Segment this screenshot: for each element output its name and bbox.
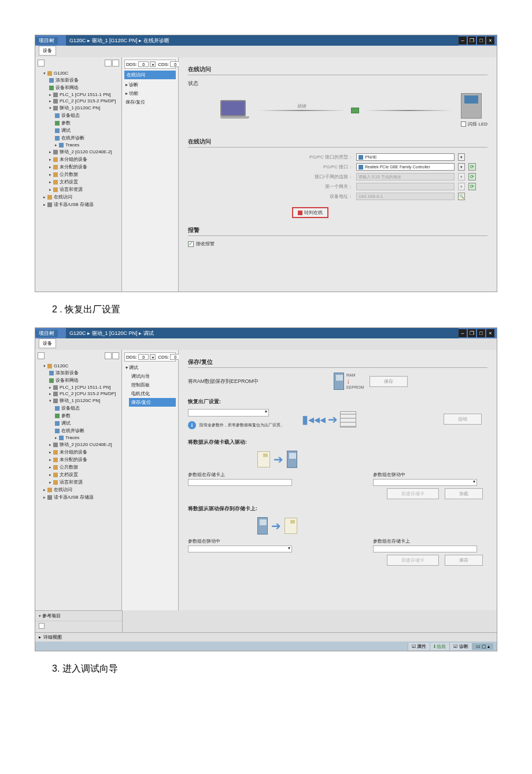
tree-network[interactable]: 设备和网络 [38,84,119,91]
tree-common[interactable]: ▸公共数据 [38,171,119,178]
reset-button[interactable]: 启动 [444,414,482,425]
close-button[interactable]: × [486,329,494,337]
card-param-field-2[interactable] [373,546,477,552]
tree-commission[interactable]: 调试 [38,419,119,427]
tree-plc1[interactable]: ▸PLC_1 [CPU 1511-1 PN] [38,384,119,390]
tree-online[interactable]: ▸在线访问 [38,193,119,201]
tab-collapse[interactable]: ▭ ▢ ▴ [472,643,493,650]
tree-param[interactable]: 参数 [38,412,119,419]
pgpc-type-select[interactable]: PN/IE [356,153,455,161]
refresh-icon[interactable]: ⟳ [468,173,476,180]
maximize-button[interactable]: □ [477,36,485,45]
dds-dropdown-icon[interactable]: ▾ [150,61,156,67]
drive-param-select[interactable] [373,479,477,486]
tree-tool-2[interactable] [112,352,119,359]
ref-toggle-icon[interactable] [39,623,45,629]
tree-plc2[interactable]: ▸PLC_2 [CPU 315-2 PN/DP] [38,98,119,104]
nav-control-panel[interactable]: 控制面板 [124,381,176,389]
restore-button[interactable]: ❐ [468,329,476,337]
tree-plc1[interactable]: ▸PLC_1 [CPU 1511-1 PN] [38,91,119,98]
tree-network[interactable]: 设备和网络 [38,377,119,384]
tree-unassigned[interactable]: ▸未分配的设备 [38,456,119,463]
drive-param-select-2[interactable] [188,546,292,552]
nav-save-reset[interactable]: 保存/复位 [129,398,176,407]
dds-input[interactable]: 0 [138,354,149,360]
tree-diag[interactable]: 在线并诊断 [38,134,119,142]
tree-add-device[interactable]: 添加新设备 [38,369,119,377]
tree-root[interactable]: ▾G120C [38,363,119,369]
maximize-button[interactable]: □ [477,329,485,337]
tree-root[interactable]: ▾G120C [38,70,119,76]
dds-dropdown-icon[interactable]: ▾ [150,354,156,360]
tree-lang[interactable]: ▸语言和资源 [38,186,119,193]
dropdown-arrow-icon[interactable]: ▾ [458,163,465,171]
tree-online[interactable]: ▸在线访问 [38,486,119,493]
nav-diagnosis[interactable]: ▸ 诊断 [124,80,176,89]
nav-motor-opt[interactable]: 电机优化 [124,389,176,398]
save-button[interactable]: 保存 [370,376,408,387]
tree-toggle-icon[interactable] [38,60,45,67]
detail-view-panel[interactable]: ▸详细视图 [35,632,497,642]
card-param-field[interactable] [188,479,292,486]
nav-save-reset[interactable]: 保存/复位 [124,98,176,106]
tree-diag[interactable]: 在线并诊断 [38,427,119,434]
tab-properties[interactable]: ☑ 属性 [408,643,430,650]
tree-traces[interactable]: ▸Traces [38,434,119,441]
tree-add-device[interactable]: 添加新设备 [38,76,119,84]
dds-input[interactable]: 0 [138,61,149,67]
tree-config[interactable]: 设备组态 [38,112,119,119]
reference-project-panel[interactable]: ▾ 参考项目 [35,610,122,621]
dropdown-arrow-icon[interactable]: ▾ [458,153,465,161]
create-card-button[interactable]: 新建存储卡 [387,488,439,499]
restore-button[interactable]: ❐ [468,36,476,45]
tree-ungrouped[interactable]: ▸未分组的设备 [38,448,119,456]
refresh-icon[interactable]: ⟳ [468,163,476,171]
alarm-checkbox[interactable] [188,241,194,247]
nav-function[interactable]: ▸ 功能 [124,89,176,98]
tree-ungrouped[interactable]: ▸未分组的设备 [38,156,119,163]
tree-param[interactable]: 参数 [38,119,119,127]
tab-info[interactable]: ℹ 信息 [430,643,449,650]
tree-tool-1[interactable] [105,352,112,359]
tree-commission[interactable]: 调试 [38,127,119,134]
led-flash-option[interactable]: 闪烁 LED [461,121,487,127]
tree-doc[interactable]: ▸文档设置 [38,178,119,186]
address-input[interactable]: 192.168.0.1 [356,193,455,200]
led-checkbox[interactable] [461,121,466,127]
refresh-icon[interactable]: ⟳ [468,183,476,190]
save-button-2[interactable]: 保存 [445,555,483,566]
tree-doc[interactable]: ▸文档设置 [38,471,119,478]
tree-tool-1[interactable] [105,60,112,67]
tree-common[interactable]: ▸公共数据 [38,463,119,471]
create-card-button-2[interactable]: 新建存储卡 [387,555,439,566]
tab-diag[interactable]: ☑ 诊断 [449,643,471,650]
device-tab[interactable]: 设备 [39,338,56,348]
close-button[interactable]: × [486,36,494,45]
receive-alarm-option[interactable]: 接收报警 [188,241,487,247]
tree-config[interactable]: 设备组态 [38,404,119,412]
tree-cardreader[interactable]: ▸读卡器/USB 存储器 [38,201,119,208]
search-icon[interactable]: 🔍 [458,193,465,200]
tree-plc2[interactable]: ▸PLC_2 [CPU 315-2 PN/DP] [38,390,119,397]
tree-drive1[interactable]: ▾驱动_1 [G120C PN] [38,104,119,112]
tree-lang[interactable]: ▸语言和资源 [38,478,119,486]
tree-drive1[interactable]: ▾驱动_1 [G120C PN] [38,397,119,404]
load-button[interactable]: 加载 [445,488,483,499]
go-online-button[interactable]: 转到在线 [292,207,328,218]
tree-toggle-icon[interactable] [38,352,45,359]
pgpc-iface-select[interactable]: Realtek PCIe GBE Family Controller [356,163,455,171]
dropdown-arrow-icon: ▾ [458,173,465,180]
device-tab[interactable]: 设备 [39,46,56,56]
tree-cardreader[interactable]: ▸读卡器/USB 存储器 [38,493,119,501]
minimize-button[interactable]: – [459,329,467,337]
tree-traces[interactable]: ▸Traces [38,142,119,148]
tree-unassigned[interactable]: ▸未分配的设备 [38,163,119,171]
tree-tool-2[interactable] [112,60,119,67]
nav-online-access[interactable]: 在线访问 [124,71,176,79]
nav-wizard[interactable]: 调试向导 [124,372,176,381]
tree-drive2[interactable]: ▸驱动_2 [G120 CU240E-2] [38,441,119,448]
nav-commission-header[interactable]: ▾ 调试 [124,363,176,372]
reset-type-select[interactable] [188,409,269,417]
minimize-button[interactable]: – [459,36,467,45]
tree-drive2[interactable]: ▸驱动_2 [G120 CU240E-2] [38,148,119,156]
